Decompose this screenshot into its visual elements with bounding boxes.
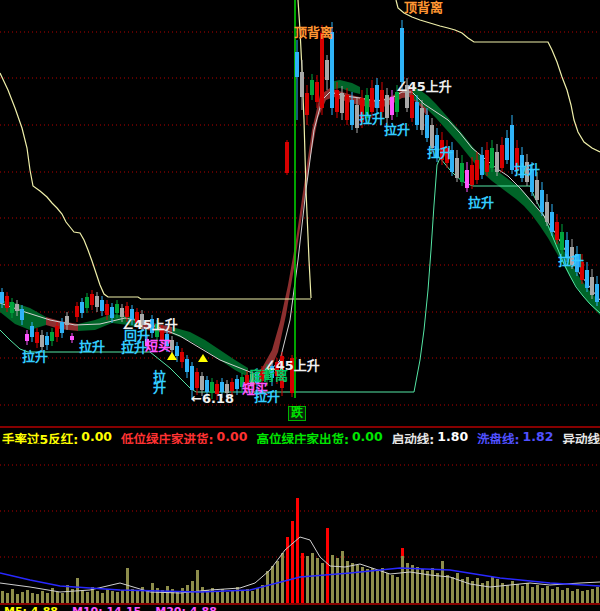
candle-body: [100, 300, 104, 311]
annotation-label: 拉升: [254, 390, 280, 403]
candle-body: [475, 160, 479, 180]
volume-bar: [311, 553, 314, 603]
candle-body: [40, 335, 44, 347]
volume-ma-blue: [0, 568, 600, 592]
candle-body: [195, 372, 199, 388]
volume-bar: [401, 556, 404, 603]
volume-bar: [396, 577, 399, 603]
volume-bar: [281, 553, 284, 603]
candle-body: [350, 100, 354, 125]
volume-bar: [536, 585, 539, 603]
volume-bar: [111, 591, 114, 603]
candle-body: [85, 297, 89, 308]
buy-triangle-marker: [198, 354, 208, 362]
volume-bar: [346, 561, 349, 603]
candle-body: [390, 97, 394, 115]
volume-bar: [256, 588, 259, 603]
volume-bar: [96, 591, 99, 603]
indicator-item: 启动线:1.80: [392, 429, 468, 444]
volume-bar: [391, 575, 394, 603]
annotation-label: ←6.18: [191, 392, 234, 405]
indicator-label: 手率过5反红:: [2, 429, 78, 444]
volume-bar: [381, 568, 384, 603]
volume-bar: [561, 590, 564, 603]
chart-canvas[interactable]: [0, 0, 600, 611]
candle-body: [395, 92, 399, 112]
volume-bar: [416, 567, 419, 603]
volume-bar: [16, 594, 19, 603]
candle-body: [80, 302, 84, 313]
volume-bar: [181, 588, 184, 603]
volume-bar: [336, 558, 339, 603]
candle-body: [235, 379, 239, 389]
indicator-item: 异动线:1.20: [562, 429, 600, 444]
candle-body: [410, 95, 414, 118]
candle-body: [285, 142, 289, 173]
candle-body: [540, 190, 544, 212]
candle-body: [555, 222, 559, 240]
volume-bar: [81, 590, 84, 603]
candle-body: [25, 334, 29, 341]
volume-bar-tip: [401, 548, 404, 556]
volume-bar: [531, 587, 534, 603]
annotation-label: 短买: [145, 339, 171, 352]
volume-bar: [306, 556, 309, 603]
candle-body: [335, 90, 339, 112]
volume-bar: [496, 579, 499, 603]
candle-body: [125, 306, 129, 317]
volume-bar: [316, 558, 319, 603]
volume-bar: [226, 592, 229, 603]
volume-bar: [251, 591, 254, 603]
candle-body: [295, 52, 299, 77]
indicator-value: 0.00: [81, 429, 112, 444]
candle-body: [5, 296, 9, 308]
indicator-value: 1.80: [437, 429, 468, 444]
volume-bar: [581, 591, 584, 603]
candle-body: [500, 145, 504, 168]
indicator-value: 1.82: [523, 429, 554, 444]
candle-body: [385, 95, 389, 118]
indicator-label: 洗盘线:: [477, 429, 520, 444]
volume-bar: [386, 573, 389, 603]
candle-body: [590, 277, 594, 295]
candle-body: [110, 307, 114, 318]
candle-body: [200, 376, 204, 390]
candle-body: [315, 82, 319, 102]
volume-bar: [41, 591, 44, 603]
ma-ribbon: [412, 86, 600, 315]
volume-bar: [36, 594, 39, 603]
indicator-label: 低位绿庄家进货:: [121, 429, 214, 444]
volume-bar: [101, 593, 104, 603]
candle-body: [15, 304, 19, 311]
candle-body: [0, 292, 4, 303]
candle-body: [545, 202, 549, 222]
candle-body: [300, 72, 304, 97]
candle-body: [325, 60, 329, 80]
candle-body: [320, 33, 324, 108]
candle-body: [180, 352, 184, 362]
volume-bar: [11, 589, 14, 603]
volume-bar: [86, 592, 89, 603]
volume-bar: [216, 591, 219, 603]
candle-body: [370, 88, 374, 112]
annotation-label: 顶背离: [404, 1, 443, 14]
indicator-item: 洗盘线:1.82: [477, 429, 553, 444]
volume-bar: [201, 587, 204, 603]
annotation-label: 拉升: [79, 340, 105, 353]
volume-bar: [546, 586, 549, 603]
volume-bar: [296, 498, 299, 603]
candle-body: [115, 304, 119, 313]
candle-body: [65, 316, 69, 325]
volume-bar: [331, 555, 334, 603]
volume-bar: [566, 588, 569, 603]
candle-body: [45, 336, 49, 345]
candle-body: [550, 212, 554, 232]
volume-bar: [116, 592, 119, 603]
volume-bar: [441, 561, 444, 603]
candle-body: [10, 302, 14, 313]
volume-bar: [241, 591, 244, 603]
upper-envelope-line: [298, 0, 311, 298]
annotation-label: 拉升: [468, 196, 494, 209]
cutoff-text-fragment: M5: 4.88: [4, 606, 58, 611]
cutoff-text-fragment: M10: 14.15: [72, 606, 141, 611]
